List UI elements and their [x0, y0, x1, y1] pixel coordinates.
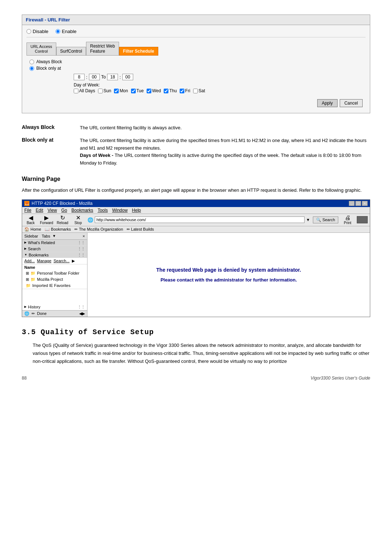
- mozilla-project-expand-icon: ⊞: [26, 277, 29, 282]
- apply-button[interactable]: Apply: [317, 99, 338, 107]
- back-icon: ◀: [29, 215, 33, 221]
- day-of-week-row: Day of Week: All Days Sun Mon: [74, 82, 366, 93]
- reload-button[interactable]: ↻ Reload: [56, 215, 69, 225]
- enable-radio-label[interactable]: Enable: [56, 29, 76, 34]
- status-edit-icon: ✏: [32, 311, 35, 316]
- sidebar-header: Sidebar Tabs ▼ ×: [22, 233, 87, 240]
- sidebar-spacer: [22, 289, 87, 304]
- tab-filter-schedule[interactable]: Filter Schedule: [119, 47, 158, 56]
- warning-page-title: Warning Page: [22, 176, 370, 183]
- from-min-input[interactable]: [89, 74, 100, 80]
- tab-surfcontrol[interactable]: SurfControl: [56, 47, 86, 56]
- whats-related-triangle: ▶: [24, 241, 26, 244]
- guide-title: Vigor3300 Series User's Guide: [311, 376, 370, 381]
- status-icon-1: 🌐: [24, 311, 29, 316]
- mozilla-project-folder[interactable]: ⊞ 📁 Mozilla Project: [22, 276, 87, 283]
- always-block-radio[interactable]: [29, 60, 34, 64]
- stop-button[interactable]: ✕ Stop: [72, 215, 85, 225]
- checkbox-mon[interactable]: [114, 89, 119, 93]
- history-triangle: ▶: [24, 305, 26, 308]
- block-only-at-term: Block only at: [22, 137, 73, 167]
- denied-message-1: The requested Web page is denied by syst…: [156, 267, 301, 273]
- menu-tools[interactable]: Tools: [98, 208, 108, 213]
- search-section: ▶ Search ⋮⋮: [22, 246, 87, 252]
- search-bookmarks-link[interactable]: Search...: [54, 259, 70, 263]
- block-options: Always Block Block only at: [29, 59, 366, 71]
- bookmark-latest-builds[interactable]: ✏ Latest Builds: [127, 227, 154, 232]
- descriptions-section: Always Block The URL content filtering f…: [22, 124, 370, 167]
- history-item[interactable]: ▶ History ⋮⋮: [22, 304, 87, 310]
- page-number: 88: [22, 376, 26, 381]
- tab-url-access-control[interactable]: URL AccessControl: [26, 42, 56, 56]
- warning-page-section: Warning Page After the configuration of …: [22, 176, 370, 317]
- menu-help[interactable]: Help: [132, 208, 141, 213]
- menu-edit[interactable]: Edit: [36, 208, 43, 213]
- print-icon: 🖨: [345, 215, 351, 221]
- disable-radio-label[interactable]: Disable: [26, 29, 48, 34]
- personal-toolbar-folder-icon: 📁: [30, 271, 36, 276]
- from-hour-input[interactable]: [74, 74, 85, 80]
- close-button[interactable]: ×: [362, 201, 368, 206]
- titlebar-controls: _ □ ×: [349, 201, 368, 206]
- print-button[interactable]: 🖨 Print: [341, 215, 354, 225]
- menu-window[interactable]: Window: [112, 208, 128, 213]
- menu-bookmarks[interactable]: Bookmarks: [72, 208, 93, 213]
- minimize-button[interactable]: _: [349, 201, 355, 206]
- back-button[interactable]: ◀ Back: [24, 215, 37, 225]
- browser-main-content: The requested Web page is denied by syst…: [87, 233, 370, 317]
- mozilla-window: 🦊 HTTP 420 CF Blocked - Mozilla _ □ × Fi…: [22, 199, 370, 317]
- block-only-at-radio[interactable]: [29, 66, 34, 71]
- menu-go[interactable]: Go: [61, 208, 67, 213]
- bookmarks-icon: 📖: [45, 227, 50, 232]
- day-mon: Mon: [114, 88, 128, 93]
- firewall-url-filter-box: Firewall - URL Filter Disable Enable URL…: [22, 15, 370, 113]
- search-icon: 🔍: [316, 218, 321, 222]
- checkbox-sat[interactable]: [193, 89, 198, 93]
- bookmark-bar: 🏠 Home 📖 Bookmarks ✏ The Mozilla Organiz…: [22, 226, 370, 233]
- sidebar-status-bar: 🌐 ✏ Done ◀▶: [22, 310, 87, 317]
- bookmarks-name-label: Name: [22, 264, 87, 270]
- disable-radio[interactable]: [26, 29, 31, 34]
- latest-builds-icon: ✏: [127, 227, 130, 232]
- bookmark-home[interactable]: 🏠 Home: [24, 227, 41, 232]
- bookmarks-header[interactable]: ▼ Bookmarks ⋮⋮: [22, 252, 87, 258]
- url-input[interactable]: [95, 216, 305, 223]
- checkbox-thu[interactable]: [164, 89, 168, 93]
- bookmarks-section: ▼ Bookmarks ⋮⋮ Add... Manage Search... ▶…: [22, 252, 87, 289]
- forward-button[interactable]: ▶ Forward: [40, 215, 53, 225]
- personal-toolbar-folder[interactable]: ⊞ 📁 Personal Toolbar Folder: [22, 270, 87, 276]
- checkbox-fri[interactable]: [180, 89, 184, 93]
- enable-radio[interactable]: [56, 29, 60, 34]
- bookmark-mozilla-org[interactable]: ✏ The Mozilla Organization: [74, 227, 123, 232]
- warning-page-desc: After the configuration of URL Filter is…: [22, 187, 370, 194]
- status-done-label: Done: [37, 311, 46, 316]
- bookmark-bookmarks[interactable]: 📖 Bookmarks: [45, 227, 71, 232]
- firewall-title: Firewall - URL Filter: [22, 15, 370, 25]
- globe-icon: 🌐: [87, 217, 93, 223]
- add-bookmark-link[interactable]: Add...: [24, 259, 35, 263]
- block-only-at-row: Block only at: [29, 66, 366, 71]
- tab-restrict-web-feature[interactable]: Restrict WebFeature: [86, 42, 119, 56]
- menu-bar: File Edit View Go Bookmarks Tools Window…: [22, 207, 370, 214]
- imported-ie-favorites-folder[interactable]: 📁 Imported IE Favorites: [22, 283, 87, 289]
- maximize-button[interactable]: □: [355, 201, 361, 206]
- checkbox-wed[interactable]: [147, 89, 151, 93]
- manage-bookmarks-link[interactable]: Manage: [37, 259, 52, 263]
- cancel-button[interactable]: Cancel: [340, 99, 363, 107]
- whats-related-header[interactable]: ▶ What's Related ⋮⋮: [22, 240, 87, 246]
- menu-view[interactable]: View: [48, 208, 57, 213]
- home-icon: 🏠: [24, 227, 29, 232]
- checkbox-all-days[interactable]: [74, 89, 78, 93]
- stop-icon: ✕: [76, 215, 81, 221]
- day-wed: Wed: [147, 88, 161, 93]
- block-only-at-definition: The URL content filtering facility is ac…: [80, 137, 370, 167]
- sidebar-close-button[interactable]: ×: [83, 234, 85, 238]
- to-min-input[interactable]: [122, 74, 133, 80]
- to-hour-input[interactable]: [107, 74, 118, 80]
- search-header[interactable]: ▶ Search ⋮⋮: [22, 246, 87, 252]
- search-button[interactable]: 🔍 Search: [313, 216, 338, 223]
- search-grip: ⋮⋮: [78, 247, 85, 251]
- checkbox-tue[interactable]: [131, 89, 136, 93]
- menu-file[interactable]: File: [24, 208, 31, 213]
- checkbox-sun[interactable]: [98, 89, 103, 93]
